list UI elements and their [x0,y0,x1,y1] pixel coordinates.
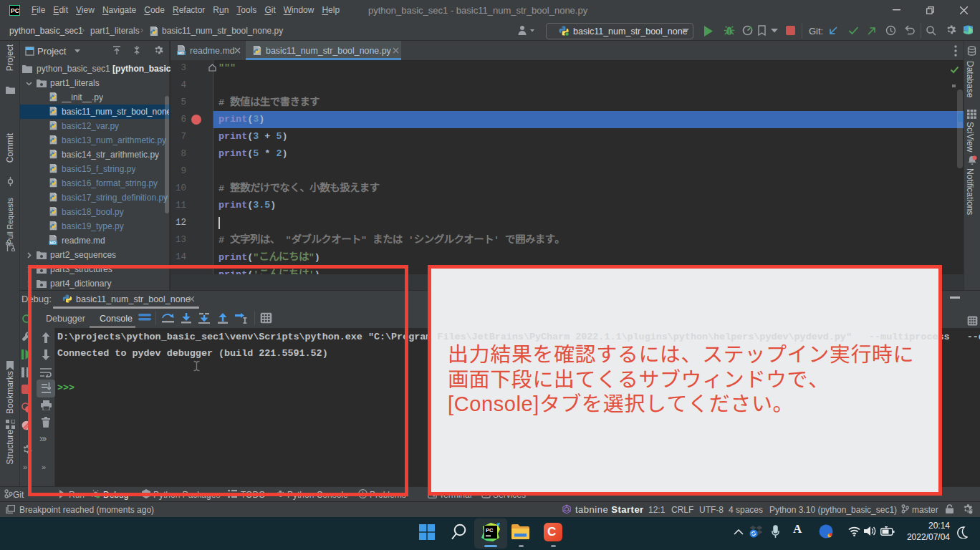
svg-text:MD: MD [178,51,185,55]
svg-text:PC: PC [11,7,19,14]
svg-text:PC: PC [486,527,494,534]
svg-text:MD: MD [50,241,57,245]
